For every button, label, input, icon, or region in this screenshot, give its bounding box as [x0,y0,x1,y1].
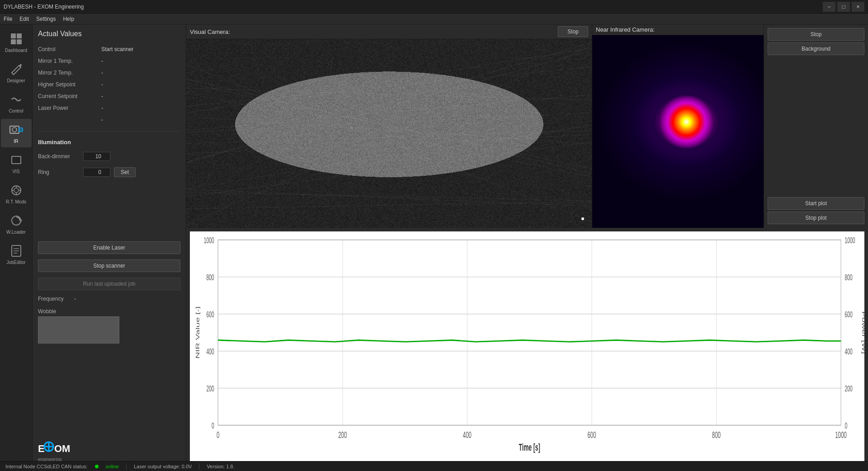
close-button[interactable]: × [852,2,864,12]
visual-camera-stop-button[interactable]: Stop [558,26,588,37]
mirror2-value: - [101,70,103,76]
extra-row: - [38,116,180,124]
run-last-job-button[interactable]: Run last uploaded job [38,278,180,290]
set-button[interactable]: Set [114,167,136,177]
current-setpoint-label: Current Setpoint [38,93,101,99]
menu-help[interactable]: Help [63,16,74,22]
visual-camera-title: Visual Camera: [190,28,230,35]
nir-start-plot-button[interactable]: Start plot [768,197,864,210]
vis-icon [9,153,24,167]
higher-setpoint-row: Higher Setpoint - [38,80,180,89]
current-setpoint-value: - [101,93,103,99]
section-divider-1 [38,131,180,132]
status-separator [126,463,127,470]
menu-file[interactable]: File [4,16,12,22]
svg-text:0: 0 [844,421,847,430]
designer-icon [9,62,24,76]
svg-rect-27 [190,231,864,467]
nir-camera-section: Near Infrared Camera: [592,24,764,228]
laser-power-label: Laser Power [38,105,101,111]
spacer-1 [38,184,180,238]
chart-container: 0 200 400 600 800 1000 0 200 400 600 800 [190,231,864,467]
title-bar-left: DYLABESH - EXOM Engineering [4,4,84,10]
illumination-title: Illumination [38,139,180,146]
status-dot [95,465,99,468]
svg-text:600: 600 [587,429,596,440]
sidebar-item-job-editor[interactable]: JobEditor [1,240,32,268]
svg-text:200: 200 [844,384,852,393]
control-icon [9,92,24,107]
svg-rect-2 [11,39,16,44]
svg-text:400: 400 [844,347,852,356]
main-layout: Dashboard Designer Control [0,24,868,471]
mirror2-label: Mirror 2 Temp. [38,70,101,76]
sidebar-label-job-editor: JobEditor [6,260,25,265]
sidebar-item-dashboard[interactable]: Dashboard [1,28,32,57]
svg-text:1000: 1000 [204,236,214,245]
sidebar-item-ir[interactable]: IR IR [1,119,32,147]
back-dimmer-input[interactable] [83,152,110,161]
svg-text:E: E [38,443,45,454]
svg-text:1000: 1000 [844,236,855,245]
logo: E OM [38,439,83,457]
sidebar-label-dashboard: Dashboard [5,48,27,53]
svg-text:200: 200 [338,429,347,440]
svg-text:800: 800 [844,273,852,282]
sidebar-item-vis[interactable]: VIS [1,149,32,178]
sidebar-item-rt-mods[interactable]: R.T. Mods [1,179,32,208]
svg-rect-0 [11,33,16,38]
svg-rect-9 [12,157,20,163]
frequency-value: - [74,296,76,302]
rt-mods-icon [9,183,24,198]
svg-text:OM: OM [54,443,70,454]
nir-stop-plot-button[interactable]: Stop plot [768,212,864,224]
svg-text:0: 0 [217,429,219,440]
svg-text:Power [W]: Power [W] [861,311,864,354]
sidebar-label-rt-mods: R.T. Mods [6,199,26,204]
w-loader-icon [9,213,24,228]
sidebar-item-w-loader[interactable]: W.Loader [1,210,32,238]
svg-rect-3 [17,39,22,44]
stop-scanner-button[interactable]: Stop scanner [38,259,180,272]
nir-thermal-display [592,35,764,228]
svg-text:600: 600 [844,310,852,319]
laser-voltage-label: Laser output voltage: 0.0V [134,464,192,469]
mirror1-row: Mirror 1 Temp. - [38,57,180,65]
frequency-row: Frequency - [38,296,180,302]
enable-laser-button[interactable]: Enable Laser [38,241,180,254]
maximize-button[interactable]: □ [837,2,850,12]
control-value: Start scanner [101,46,133,52]
svg-rect-1 [17,33,22,38]
minimize-button[interactable]: − [823,2,835,12]
control-row: Control Start scanner [38,45,180,53]
higher-setpoint-value: - [101,81,103,88]
svg-text:400: 400 [463,429,472,440]
menu-edit[interactable]: Edit [19,16,29,22]
nir-side-panel: Stop Background Start plot Stop plot [764,24,868,228]
left-panel: Actual Values Control Start scanner Mirr… [33,24,186,471]
nir-camera-title: Near Infrared Camera: [596,26,655,33]
sidebar-item-designer[interactable]: Designer [1,58,32,87]
dashboard-icon [9,32,24,46]
back-dimmer-label: Back-dimmer [38,153,83,160]
sidebar: Dashboard Designer Control [0,24,33,471]
sidebar-label-vis: VIS [12,169,19,174]
svg-text:Time [s]: Time [s] [519,442,540,453]
sidebar-item-control[interactable]: Control [1,89,32,117]
cameras-row: Visual Camera: Stop Near Infrared Camera… [186,24,868,228]
menu-settings[interactable]: Settings [36,16,56,22]
panel-title: Actual Values [38,30,180,38]
sidebar-label-control: Control [9,108,23,113]
status-bar: Internal Node CCSdLED CAN status: online… [0,461,868,471]
frequency-label: Frequency [38,296,74,302]
nir-stop-button[interactable]: Stop [768,28,864,41]
can-status-label: Internal Node CCSdLED CAN status: [5,464,88,469]
svg-text:800: 800 [207,273,214,282]
sidebar-label-ir: IR [14,139,19,144]
svg-text:NIR Value [-]: NIR Value [-] [194,306,200,359]
ring-input[interactable] [83,168,110,177]
nir-camera-feed [592,35,764,228]
window-controls: − □ × [823,2,864,12]
svg-point-5 [12,127,17,132]
nir-background-button[interactable]: Background [768,42,864,55]
